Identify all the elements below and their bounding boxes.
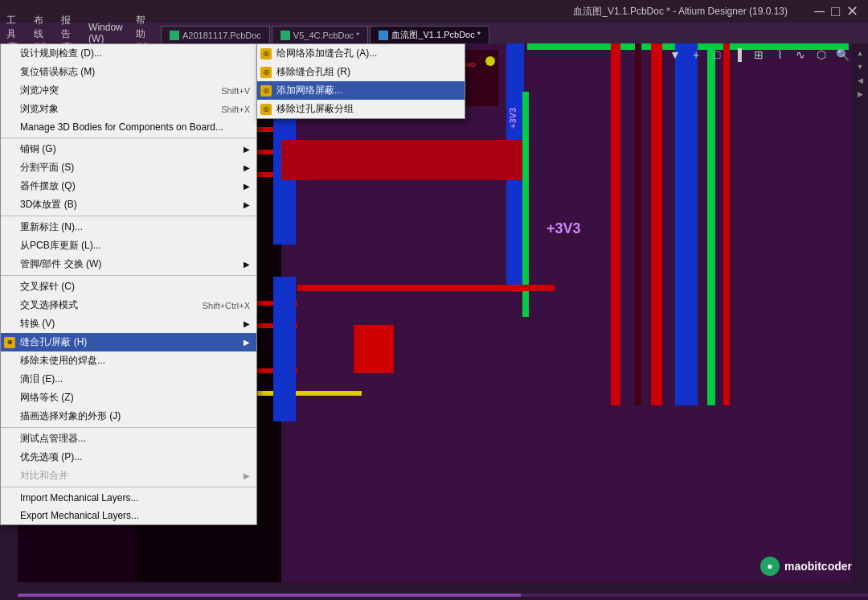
progress-indicator bbox=[0, 594, 868, 597]
title-bar: 血流图_V1.1.PcbDoc * - Altium Designer (19.… bbox=[0, 0, 868, 23]
toolbar-copper-btn[interactable]: ⬡ bbox=[812, 45, 831, 64]
menu-3d-placement[interactable]: 3D体放置 (B) ▶ bbox=[1, 195, 256, 214]
menu-preferences[interactable]: 优先选项 (P)... bbox=[1, 448, 256, 466]
menu-route[interactable]: 布线 (U) bbox=[27, 23, 55, 43]
toolbar-plus-btn[interactable]: + bbox=[686, 45, 706, 64]
dropdown-menu: 设计规则检查 (D)... 复位错误标志 (M) 浏览冲突 Shift+V 浏览… bbox=[0, 43, 257, 525]
right-icon-1[interactable]: ▲ bbox=[854, 47, 866, 60]
tab-label-2: V5_4C.PcbDoc * bbox=[293, 31, 360, 40]
trace-far-right-dark bbox=[635, 43, 641, 405]
trace-v-blue-bot bbox=[273, 277, 296, 421]
submenu-icon-4: ◎ bbox=[260, 104, 272, 115]
stitch-icon: ⊕ bbox=[4, 337, 15, 348]
wechat-icon: ● bbox=[767, 561, 772, 572]
trace-far-right-red3 bbox=[723, 43, 730, 405]
trace-wide-red-2 bbox=[297, 285, 555, 291]
tab-pcbdoc1[interactable]: A20181117.PcbDoc bbox=[161, 26, 270, 43]
arrow-stitch: ▶ bbox=[244, 338, 250, 347]
close-button[interactable]: ✕ bbox=[846, 2, 858, 20]
toolbar-trace-btn[interactable]: ⌇ bbox=[770, 45, 789, 64]
toolbar-grid-btn[interactable]: ⊞ bbox=[749, 45, 768, 64]
arrow-split-plane: ▶ bbox=[244, 163, 250, 172]
submenu-icon-3: ◎ bbox=[260, 85, 272, 97]
pin-pad-right-1 bbox=[485, 56, 495, 66]
sep-3 bbox=[1, 275, 256, 276]
right-icon-2[interactable]: ▼ bbox=[854, 60, 866, 73]
menu-cross-probe[interactable]: 交叉探针 (C) bbox=[1, 277, 256, 296]
sep-2 bbox=[1, 216, 256, 216]
sep-1 bbox=[1, 138, 256, 138]
arrow-copper: ▶ bbox=[244, 145, 250, 154]
watermark-text: maobitcoder bbox=[784, 560, 852, 573]
menu-reset-markers[interactable]: 复位错误标志 (M) bbox=[1, 63, 256, 81]
toolbar-bar-btn[interactable]: ▐ bbox=[728, 45, 747, 64]
menu-convert[interactable]: 转换 (V) ▶ bbox=[1, 314, 256, 333]
right-icon-4[interactable]: ▶ bbox=[854, 88, 866, 101]
toolbar-filter-btn[interactable]: ▼ bbox=[665, 45, 685, 64]
menu-split-plane[interactable]: 分割平面 (S) ▶ bbox=[1, 158, 256, 177]
submenu-add-stitching[interactable]: ◎ 给网络添加缝合孔 (A)... bbox=[257, 44, 465, 63]
submenu-icon-1: ◎ bbox=[260, 48, 272, 60]
menu-browse-conflict[interactable]: 浏览冲突 Shift+V bbox=[1, 81, 256, 100]
toolbar-box-btn[interactable]: □ bbox=[707, 45, 727, 64]
v3v3-trace-label-2: +3V3 bbox=[508, 108, 518, 129]
tab-label-1: A20181117.PcbDoc bbox=[182, 31, 261, 40]
submenu-remove-via-shield[interactable]: ◎ 移除过孔屏蔽分组 bbox=[257, 100, 465, 118]
arrow-3d-placement: ▶ bbox=[244, 200, 250, 209]
menu-remove-pads[interactable]: 移除未使用的焊盘... bbox=[1, 351, 256, 370]
menu-component-placement[interactable]: 器件摆放 (Q) ▶ bbox=[1, 177, 256, 195]
menu-import-mech[interactable]: Import Mechanical Layers... bbox=[1, 489, 256, 507]
shortcut-browse-conflict: Shift+V bbox=[221, 86, 250, 96]
trace-wide-red bbox=[281, 140, 522, 180]
menu-report[interactable]: 报告 (R) bbox=[55, 23, 82, 43]
tab-icon-1 bbox=[170, 31, 179, 40]
trace-far-right-red2 bbox=[651, 43, 662, 405]
menu-draw-select[interactable]: 描画选择对象的外形 (J) bbox=[1, 407, 256, 425]
arrow-compare-merge: ▶ bbox=[244, 471, 250, 480]
menu-design-rule[interactable]: 设计规则检查 (D)... bbox=[1, 44, 256, 63]
tab-pcbdoc3[interactable]: 血流图_V1.1.PcbDoc * bbox=[370, 26, 489, 43]
menu-pin-exchange[interactable]: 管脚/部件 交换 (W) ▶ bbox=[1, 255, 256, 273]
menu-re-annotate[interactable]: 重新标注 (N)... bbox=[1, 218, 256, 236]
menu-browse-objects[interactable]: 浏览对象 Shift+X bbox=[1, 100, 256, 118]
trace-far-right-green bbox=[707, 43, 715, 405]
menu-update-pcb[interactable]: 从PCB库更新 (L)... bbox=[1, 236, 256, 255]
arrow-pin-exchange: ▶ bbox=[244, 260, 250, 269]
watermark: ● maobitcoder bbox=[760, 557, 852, 576]
trace-far-right-red bbox=[611, 43, 620, 405]
toolbar-search-btn[interactable]: 🔍 bbox=[833, 45, 852, 64]
right-toolbar: ▲ ▼ ◀ ▶ bbox=[852, 43, 868, 582]
submenu-add-net-shield[interactable]: ◎ 添加网络屏蔽... bbox=[257, 81, 465, 100]
tab-icon-3 bbox=[379, 31, 388, 40]
sep-5 bbox=[1, 487, 256, 487]
menu-copper[interactable]: 铺铜 (G) ▶ bbox=[1, 140, 256, 158]
tab-icon-2 bbox=[280, 31, 290, 40]
menu-testpoint[interactable]: 测试点管理器... bbox=[1, 429, 256, 448]
tab-pcbdoc2[interactable]: V5_4C.PcbDoc * bbox=[272, 26, 369, 43]
top-right-toolbar: ▼ + □ ▐ ⊞ ⌇ ∿ ⬡ 🔍 bbox=[665, 43, 852, 66]
menu-stitch-shield[interactable]: ⊕ 缝合孔/屏蔽 (H) ▶ bbox=[1, 333, 256, 351]
minimize-button[interactable]: ─ bbox=[814, 3, 825, 20]
toolbar-route-btn[interactable]: ∿ bbox=[791, 45, 810, 64]
menu-help[interactable]: 帮助 (H) bbox=[129, 23, 157, 43]
right-icon-3[interactable]: ◀ bbox=[854, 74, 866, 87]
watermark-icon: ● bbox=[760, 557, 780, 576]
menu-export-mech[interactable]: Export Mechanical Layers... bbox=[1, 507, 256, 524]
trace-v-red-right bbox=[354, 325, 394, 373]
submenu-icon-2: ◎ bbox=[260, 67, 272, 78]
arrow-convert: ▶ bbox=[244, 319, 250, 328]
sep-4 bbox=[1, 427, 256, 428]
arrow-comp-placement: ▶ bbox=[244, 182, 250, 191]
menu-teardrops[interactable]: 滴泪 (E)... bbox=[1, 370, 256, 388]
shortcut-cross-select: Shift+Ctrl+X bbox=[203, 301, 250, 310]
menu-window[interactable]: Window (W) bbox=[82, 23, 129, 43]
menu-bar: 工具 (T) 布线 (U) 报告 (R) Window (W) 帮助 (H) bbox=[0, 23, 157, 43]
menu-net-length[interactable]: 网络等长 (Z) bbox=[1, 388, 256, 407]
menu-tools[interactable]: 工具 (T) bbox=[0, 23, 27, 43]
pcb-right-area bbox=[281, 43, 852, 582]
maximize-button[interactable]: □ bbox=[831, 3, 840, 20]
menu-manage-3d[interactable]: Manage 3D Bodies for Components on Board… bbox=[1, 118, 256, 136]
menu-cross-select[interactable]: 交叉选择模式 Shift+Ctrl+X bbox=[1, 296, 256, 314]
trace-v-green bbox=[522, 92, 529, 317]
submenu-remove-stitch[interactable]: ◎ 移除缝合孔组 (R) bbox=[257, 63, 465, 81]
